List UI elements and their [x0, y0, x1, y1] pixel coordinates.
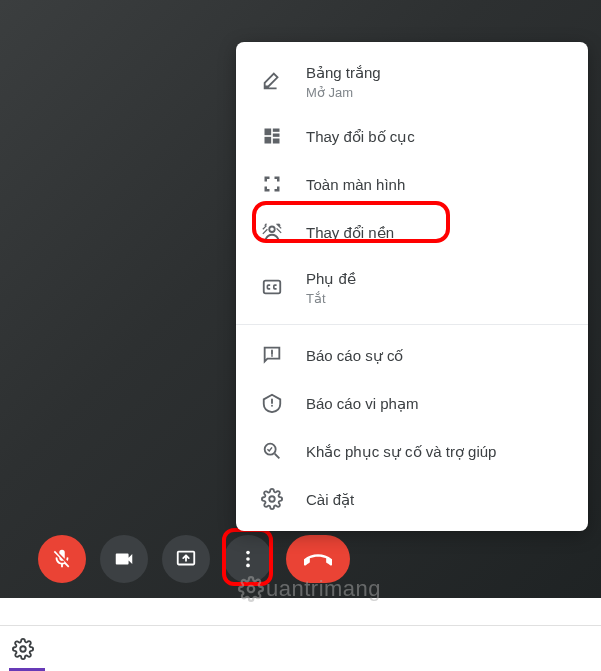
gear-icon	[260, 487, 284, 511]
present-icon	[175, 548, 197, 570]
menu-item-settings[interactable]: Cài đặt	[236, 475, 588, 523]
menu-item-whiteboard[interactable]: Bảng trắng Mở Jam	[236, 50, 588, 112]
menu-item-troubleshoot[interactable]: Khắc phục sự cố và trợ giúp	[236, 427, 588, 475]
menu-item-captions[interactable]: Phụ đề Tắt	[236, 256, 588, 318]
svg-point-2	[246, 557, 250, 561]
camera-icon	[113, 548, 135, 570]
svg-point-12	[269, 496, 275, 502]
call-end-icon	[304, 545, 332, 573]
gear-icon[interactable]	[12, 638, 34, 660]
menu-item-fullscreen[interactable]: Toàn màn hình	[236, 160, 588, 208]
more-options-menu: Bảng trắng Mở Jam Thay đổi bố cục Toàn m…	[236, 42, 588, 531]
menu-label: Phụ đề	[306, 268, 356, 289]
svg-rect-4	[265, 129, 272, 136]
whiteboard-icon	[260, 69, 284, 93]
troubleshoot-icon	[260, 439, 284, 463]
captions-icon	[260, 275, 284, 299]
menu-separator	[236, 324, 588, 325]
bottom-bar	[0, 625, 601, 671]
svg-rect-5	[273, 129, 280, 132]
call-toolbar	[0, 520, 601, 598]
menu-item-layout[interactable]: Thay đổi bố cục	[236, 112, 588, 160]
svg-rect-8	[273, 139, 280, 144]
hang-up-button[interactable]	[286, 535, 350, 583]
feedback-icon	[260, 343, 284, 367]
menu-label: Bảng trắng	[306, 62, 381, 83]
menu-sublabel: Tắt	[306, 291, 356, 306]
menu-label: Báo cáo vi phạm	[306, 393, 418, 414]
camera-button[interactable]	[100, 535, 148, 583]
menu-label: Toàn màn hình	[306, 174, 405, 195]
svg-point-1	[246, 551, 250, 555]
fullscreen-icon	[260, 172, 284, 196]
more-options-button[interactable]	[224, 535, 272, 583]
menu-label: Thay đổi bố cục	[306, 126, 415, 147]
mic-off-icon	[51, 548, 73, 570]
menu-label: Cài đặt	[306, 489, 354, 510]
menu-label: Khắc phục sự cố và trợ giúp	[306, 441, 496, 462]
more-vert-icon	[237, 548, 259, 570]
svg-point-9	[269, 227, 275, 233]
change-background-icon	[260, 220, 284, 244]
menu-item-report-problem[interactable]: Báo cáo sự cố	[236, 331, 588, 379]
report-abuse-icon	[260, 391, 284, 415]
svg-point-3	[246, 564, 250, 568]
mute-mic-button[interactable]	[38, 535, 86, 583]
menu-label: Thay đổi nền	[306, 222, 394, 243]
menu-item-report-abuse[interactable]: Báo cáo vi phạm	[236, 379, 588, 427]
svg-point-14	[20, 646, 26, 652]
menu-label: Báo cáo sự cố	[306, 345, 403, 366]
svg-rect-7	[265, 137, 272, 144]
svg-rect-10	[264, 281, 281, 294]
menu-sublabel: Mở Jam	[306, 85, 381, 100]
svg-rect-6	[273, 134, 280, 137]
layout-icon	[260, 124, 284, 148]
menu-item-change-background[interactable]: Thay đổi nền	[236, 208, 588, 256]
present-screen-button[interactable]	[162, 535, 210, 583]
